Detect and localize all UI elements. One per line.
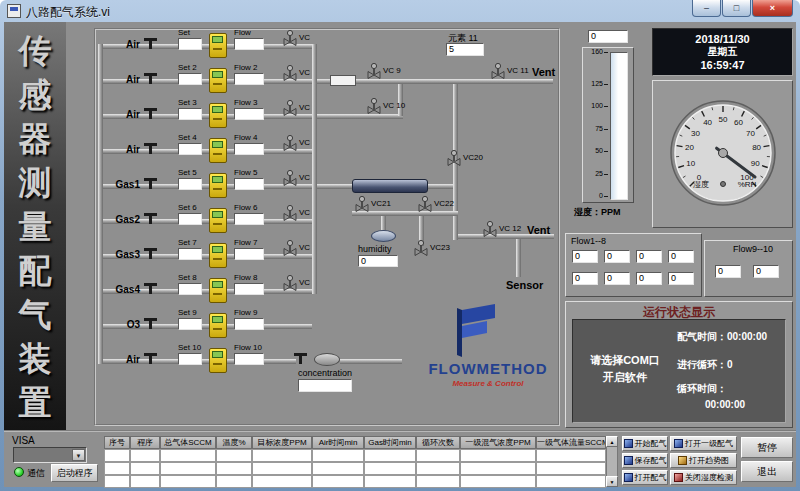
table-cell[interactable] bbox=[312, 449, 364, 462]
set-input[interactable] bbox=[178, 143, 202, 155]
valve-VC21[interactable] bbox=[354, 196, 370, 213]
table-cell[interactable] bbox=[460, 475, 536, 488]
tee-valve-icon[interactable] bbox=[144, 175, 157, 187]
table-cell[interactable] bbox=[216, 449, 252, 462]
set-input[interactable] bbox=[178, 318, 202, 330]
table-cell[interactable] bbox=[130, 449, 160, 462]
table-cell[interactable] bbox=[536, 475, 606, 488]
table-cell[interactable] bbox=[104, 475, 130, 488]
visa-resource-combo[interactable]: ▼ bbox=[13, 447, 87, 463]
valve-VC 8[interactable] bbox=[282, 275, 298, 292]
open-primary-gas-button[interactable]: 打开一级配气 bbox=[670, 436, 737, 451]
tee-valve-icon[interactable] bbox=[144, 140, 157, 152]
tee-valve-icon[interactable] bbox=[294, 350, 307, 362]
tee-valve-icon[interactable] bbox=[144, 35, 157, 47]
table-cell[interactable] bbox=[536, 462, 606, 475]
valve-VC 9[interactable] bbox=[366, 63, 382, 80]
pause-button[interactable]: 暂停 bbox=[741, 437, 793, 458]
scrollbar-up-icon[interactable]: ▲ bbox=[606, 436, 618, 447]
set-input[interactable] bbox=[178, 108, 202, 120]
table-cell[interactable] bbox=[416, 475, 460, 488]
table-cell[interactable] bbox=[130, 462, 160, 475]
pipe bbox=[317, 184, 352, 189]
set-input[interactable] bbox=[178, 178, 202, 190]
valve-VC[interactable] bbox=[282, 30, 298, 47]
titlebar[interactable]: 八路配气系统.vi – □ × bbox=[0, 0, 800, 22]
gas-label: Air bbox=[100, 144, 140, 155]
table-cell[interactable] bbox=[252, 475, 312, 488]
flow-display-2: 0 bbox=[604, 250, 630, 263]
element-input[interactable]: 5 bbox=[446, 43, 484, 56]
table-cell[interactable] bbox=[252, 449, 312, 462]
table-cell[interactable] bbox=[312, 475, 364, 488]
status-message-line1: 请选择COM口 bbox=[573, 352, 677, 369]
gas-label: O3 bbox=[100, 319, 140, 330]
valve-VC22[interactable] bbox=[417, 196, 433, 213]
flow-label: Flow 2 bbox=[234, 63, 258, 72]
vent-right-label: Vent bbox=[527, 224, 550, 236]
run-program-button[interactable]: 启动程序 bbox=[51, 464, 98, 482]
table-cell[interactable] bbox=[460, 449, 536, 462]
table-cell[interactable] bbox=[252, 462, 312, 475]
valve-VC 2[interactable] bbox=[282, 65, 298, 82]
open-trend-button[interactable]: 打开趋势图 bbox=[670, 453, 737, 468]
valve-VC 5[interactable] bbox=[282, 170, 298, 187]
table-header: Air时间min bbox=[312, 436, 364, 449]
tee-valve-icon[interactable] bbox=[144, 280, 157, 292]
valve-VC 4[interactable] bbox=[282, 135, 298, 152]
table-cell[interactable] bbox=[160, 449, 216, 462]
status-field-label: 循环时间： bbox=[677, 382, 727, 396]
table-cell[interactable] bbox=[104, 449, 130, 462]
tee-valve-icon[interactable] bbox=[144, 315, 157, 327]
close-humidity-button[interactable]: 关闭湿度检测 bbox=[670, 470, 737, 485]
dropdown-icon[interactable]: ▼ bbox=[72, 449, 85, 461]
valve-VC 6[interactable] bbox=[282, 205, 298, 222]
valve-VC 10[interactable] bbox=[366, 98, 382, 115]
valve-VC 11[interactable] bbox=[490, 63, 506, 80]
gas-label: Gas2 bbox=[100, 214, 140, 225]
valve-VC 3[interactable] bbox=[282, 100, 298, 117]
set-input[interactable] bbox=[178, 213, 202, 225]
table-cell[interactable] bbox=[160, 462, 216, 475]
set-label: Set 8 bbox=[178, 273, 197, 282]
table-cell[interactable] bbox=[216, 475, 252, 488]
open-gas-button[interactable]: 打开配气 bbox=[622, 470, 668, 485]
table-cell[interactable] bbox=[104, 462, 130, 475]
tee-valve-icon[interactable] bbox=[144, 105, 157, 117]
maximize-button[interactable]: □ bbox=[722, 0, 751, 17]
table-cell[interactable] bbox=[416, 462, 460, 475]
table-cell[interactable] bbox=[216, 462, 252, 475]
table-cell[interactable] bbox=[130, 475, 160, 488]
concentration-input[interactable] bbox=[298, 379, 352, 392]
tee-valve-icon[interactable] bbox=[144, 210, 157, 222]
set-input[interactable] bbox=[178, 248, 202, 260]
table-cell[interactable] bbox=[364, 475, 416, 488]
tee-valve-icon[interactable] bbox=[144, 70, 157, 82]
exit-button[interactable]: 退出 bbox=[741, 461, 793, 482]
set-input[interactable] bbox=[178, 353, 202, 365]
table-cell[interactable] bbox=[416, 449, 460, 462]
mfc-detail bbox=[213, 118, 222, 120]
valve-VC 7[interactable] bbox=[282, 240, 298, 257]
table-cell[interactable] bbox=[460, 462, 536, 475]
table-cell[interactable] bbox=[364, 462, 416, 475]
table-cell[interactable] bbox=[160, 475, 216, 488]
set-input[interactable] bbox=[178, 283, 202, 295]
table-cell[interactable] bbox=[312, 462, 364, 475]
tee-valve-icon[interactable] bbox=[144, 350, 157, 362]
valve-VC20[interactable] bbox=[446, 150, 462, 167]
save-gas-button[interactable]: 保存配气 bbox=[622, 453, 668, 468]
flow910-panel: Flow9--10 00 bbox=[704, 240, 793, 297]
set-input[interactable] bbox=[178, 73, 202, 85]
set-input[interactable] bbox=[178, 38, 202, 50]
table-cell[interactable] bbox=[364, 449, 416, 462]
valve-VC 12[interactable] bbox=[482, 221, 498, 238]
start-gas-button[interactable]: 开始配气 bbox=[622, 436, 668, 451]
minimize-button[interactable]: – bbox=[692, 0, 721, 17]
table-cell[interactable] bbox=[536, 449, 606, 462]
scrollbar-down-icon[interactable]: ▼ bbox=[606, 476, 618, 487]
valve-VC23[interactable] bbox=[413, 240, 429, 257]
close-button[interactable]: × bbox=[752, 0, 793, 17]
mfc-detail bbox=[213, 48, 222, 50]
tee-valve-icon[interactable] bbox=[144, 245, 157, 257]
